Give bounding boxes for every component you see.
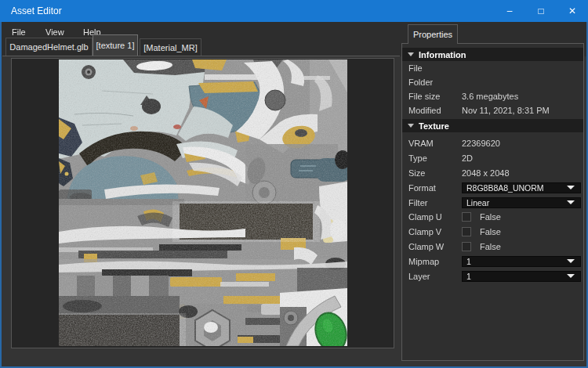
prop-row-file: File — [402, 61, 583, 75]
prop-label-format: Format — [408, 183, 462, 193]
tab-texture-1[interactable]: [texture 1] — [93, 34, 138, 56]
section-title: Information — [419, 50, 466, 60]
prop-label-modified: Modified — [408, 106, 462, 115]
chevron-down-icon — [567, 200, 575, 204]
prop-row-vram: VRAM22369620 — [402, 136, 583, 151]
section-rows: VRAM22369620Type2DSize2048 x 2048FormatR… — [402, 136, 583, 283]
prop-label-clamp-v: Clamp V — [408, 227, 462, 236]
dropdown-value: R8G8B8A8_UNORM — [466, 183, 544, 193]
prop-label-file-size: File size — [408, 92, 462, 101]
prop-label-size: Size — [408, 168, 462, 178]
prop-row-clamp-u: Clamp UFalse — [402, 210, 583, 225]
tab-damagedhelmet-glb[interactable]: DamagedHelmet.glb — [5, 38, 93, 56]
prop-row-type: Type2D — [402, 151, 583, 166]
chevron-down-icon — [567, 274, 575, 278]
prop-value-type: 2D — [462, 153, 473, 163]
prop-row-modified: ModifiedNov 11, 2021, 8:31 PM — [402, 103, 583, 117]
minimize-button[interactable]: – — [494, 0, 525, 22]
prop-value-vram: 22369620 — [462, 139, 500, 148]
prop-label-folder: Folder — [408, 78, 462, 87]
maximize-icon: □ — [538, 6, 543, 16]
prop-row-mipmap: Mipmap1 — [402, 254, 583, 269]
section-information: InformationFileFolderFile size3.6 megaby… — [402, 48, 583, 117]
menu-view[interactable]: View — [42, 26, 67, 38]
tab-properties[interactable]: Properties — [408, 24, 458, 44]
expander-icon — [408, 124, 414, 128]
close-button[interactable]: ✕ — [557, 0, 588, 22]
prop-label-type: Type — [408, 153, 462, 163]
close-icon: ✕ — [568, 6, 576, 16]
prop-value-size: 2048 x 2048 — [462, 168, 510, 178]
section-title: Texture — [419, 121, 449, 131]
asset-editor-window: Asset Editor –□✕ FileViewHelp DamagedHel… — [0, 0, 588, 368]
filter-dropdown[interactable]: Linear — [462, 197, 581, 208]
texture-image — [59, 60, 347, 346]
prop-label-vram: VRAM — [408, 139, 462, 148]
prop-row-file-size: File size3.6 megabytes — [402, 89, 583, 103]
chevron-down-icon — [567, 259, 575, 263]
window-controls: –□✕ — [494, 0, 588, 22]
dropdown-value: Linear — [466, 198, 489, 207]
dropdown-value: 1 — [466, 272, 471, 281]
prop-label-filter: Filter — [408, 198, 462, 207]
prop-value-modified: Nov 11, 2021, 8:31 PM — [462, 106, 550, 115]
prop-row-filter: FilterLinear — [402, 195, 583, 210]
checkbox-label: False — [480, 227, 501, 236]
prop-label-clamp-u: Clamp U — [408, 212, 462, 222]
prop-label-file: File — [408, 63, 462, 73]
texture-viewport[interactable] — [11, 58, 394, 348]
prop-row-folder: Folder — [402, 75, 583, 89]
minimize-icon: – — [507, 6, 513, 16]
checkbox-label: False — [480, 242, 501, 251]
clamp-u-checkbox[interactable] — [462, 212, 471, 222]
prop-label-clamp-w: Clamp W — [408, 242, 462, 251]
format-dropdown[interactable]: R8G8B8A8_UNORM — [462, 182, 581, 193]
prop-row-clamp-v: Clamp VFalse — [402, 225, 583, 240]
prop-row-format: FormatR8G8B8A8_UNORM — [402, 180, 583, 195]
prop-value-file-size: 3.6 megabytes — [462, 92, 518, 101]
expander-icon — [408, 52, 414, 56]
prop-label-mipmap: Mipmap — [408, 257, 462, 266]
checkbox-label: False — [480, 212, 501, 222]
content-frame-line — [2, 56, 400, 56]
clamp-v-checkbox[interactable] — [462, 227, 471, 236]
chevron-down-icon — [567, 186, 575, 189]
window-title: Asset Editor — [11, 5, 62, 16]
section-texture: TextureVRAM22369620Type2DSize2048 x 2048… — [402, 119, 583, 283]
mipmap-dropdown[interactable]: 1 — [462, 256, 581, 267]
tab-material-mr[interactable]: [Material_MR] — [140, 38, 201, 56]
prop-label-layer: Layer — [408, 272, 462, 281]
layer-dropdown[interactable]: 1 — [462, 271, 581, 282]
window-border-left — [0, 22, 2, 368]
menu-file[interactable]: File — [9, 26, 29, 38]
prop-row-size: Size2048 x 2048 — [402, 166, 583, 181]
maximize-button[interactable]: □ — [525, 0, 557, 22]
properties-panel: InformationFileFolderFile size3.6 megaby… — [401, 43, 584, 361]
section-header-texture[interactable]: Texture — [402, 119, 583, 132]
prop-row-layer: Layer1 — [402, 269, 583, 283]
dropdown-value: 1 — [466, 257, 471, 266]
prop-row-clamp-w: Clamp WFalse — [402, 240, 583, 254]
section-header-information[interactable]: Information — [402, 48, 583, 61]
titlebar: Asset Editor –□✕ — [0, 0, 588, 22]
clamp-w-checkbox[interactable] — [462, 242, 471, 251]
section-rows: FileFolderFile size3.6 megabytesModified… — [402, 61, 583, 117]
